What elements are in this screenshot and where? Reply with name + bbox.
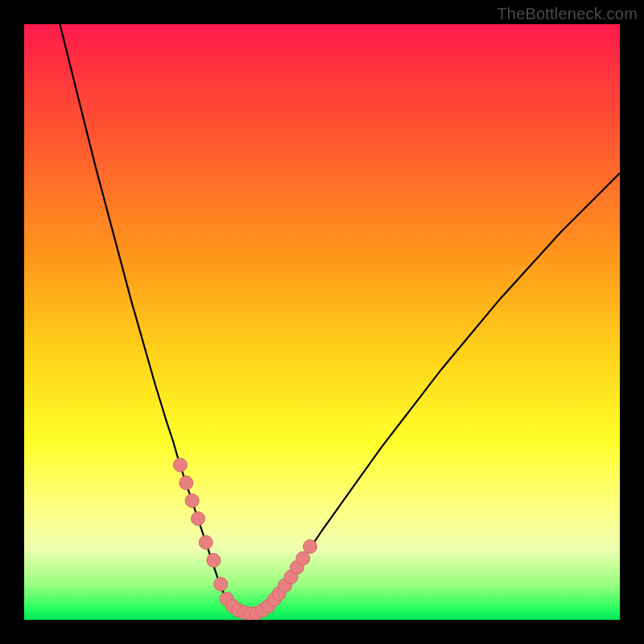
marker-dot	[296, 551, 310, 565]
watermark-text: TheBottleneck.com	[497, 5, 638, 23]
marker-dot	[214, 577, 228, 591]
marker-dot	[192, 512, 205, 526]
marker-dot	[173, 458, 187, 472]
marker-dot	[207, 554, 221, 568]
marker-dot	[185, 494, 199, 508]
marker-dot	[199, 535, 213, 549]
highlight-points	[173, 458, 316, 620]
bottleneck-curve	[60, 24, 620, 614]
marker-dot	[303, 539, 317, 553]
bottleneck-plot	[24, 24, 620, 620]
chart-area	[24, 24, 620, 620]
marker-dot	[180, 476, 193, 489]
